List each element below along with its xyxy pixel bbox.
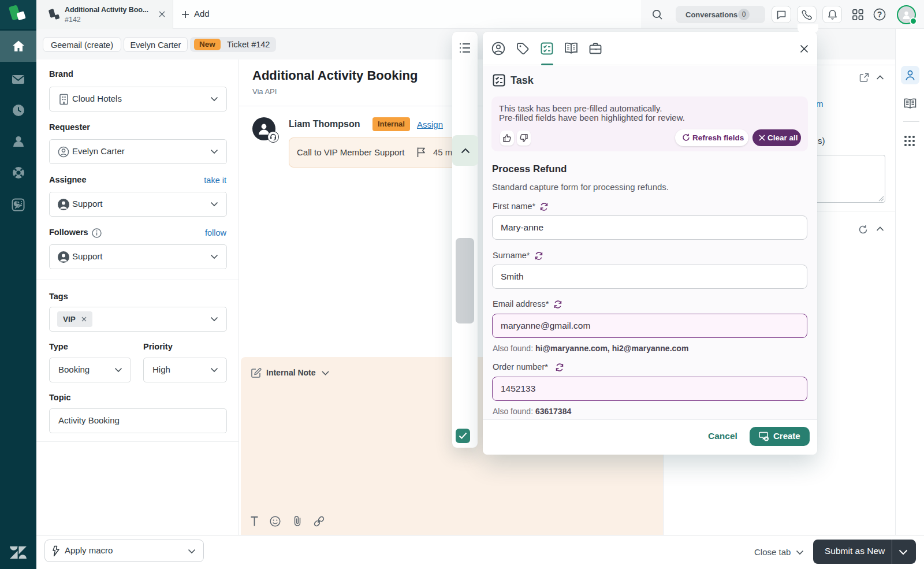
svg-text:?: ? (877, 10, 882, 19)
